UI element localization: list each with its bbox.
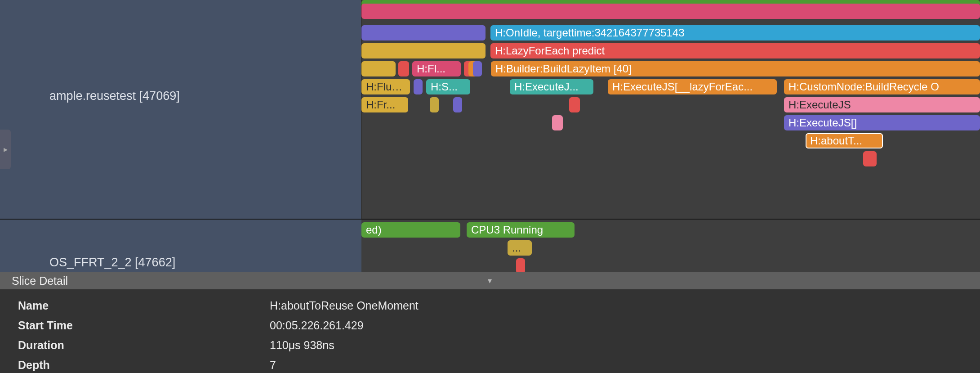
ffrt-row: OS_FFRT_2_2 [47662] ed)CPU3 Running... (0, 219, 980, 272)
trace-slice[interactable]: H:CustomNode:BuildRecycle O (784, 79, 980, 94)
slice-detail-header[interactable]: Slice Detail ▾ (0, 272, 980, 289)
trace-slice[interactable]: H:ExecuteJ... (510, 79, 593, 94)
detail-value: 00:05.226.261.429 (270, 319, 364, 332)
flame-tracks[interactable]: H:OnIdle, targettime:342164377735143H:La… (361, 0, 980, 219)
detail-value: 7 (270, 359, 276, 372)
slice-detail-panel: Slice Detail ▾ NameH:aboutToReuse OneMom… (0, 272, 980, 373)
trace-slice[interactable] (361, 4, 980, 19)
ffrt-tracks[interactable]: ed)CPU3 Running... (361, 220, 980, 273)
collapse-handle[interactable]: ▸ (0, 130, 11, 169)
trace-slice[interactable] (863, 151, 877, 166)
detail-row: Depth7 (18, 355, 962, 373)
process-sidebar[interactable]: ample.reusetest [47069] ▸ (0, 0, 361, 219)
trace-slice[interactable]: ed) (361, 222, 460, 238)
trace-slice[interactable]: H:Fr... (361, 97, 408, 112)
trace-slice[interactable]: H:S... (426, 79, 470, 94)
ffrt-label: OS_FFRT_2_2 [47662] (49, 256, 175, 270)
trace-slice[interactable]: H:LazyForEach predict (490, 43, 980, 58)
process-label: ample.reusetest [47069] (49, 89, 180, 103)
trace-slice[interactable] (361, 43, 486, 58)
trace-slice[interactable]: H:ExecuteJS[] (784, 115, 980, 130)
trace-slice[interactable] (361, 25, 486, 40)
ffrt-sidebar[interactable]: OS_FFRT_2_2 [47662] (0, 220, 361, 273)
detail-row: NameH:aboutToReuse OneMoment (18, 296, 962, 315)
detail-key: Name (18, 299, 270, 312)
detail-key: Duration (18, 339, 270, 352)
detail-row: Start Time00:05.226.261.429 (18, 315, 962, 335)
trace-slice[interactable] (398, 61, 409, 76)
trace-slice[interactable]: H:Builder:BuildLazyItem [40] (491, 61, 980, 76)
trace-slice[interactable] (453, 97, 462, 112)
slice-detail-title: Slice Detail (12, 274, 68, 288)
trace-slice[interactable] (516, 258, 525, 274)
trace-slice[interactable] (473, 61, 482, 76)
trace-slice[interactable] (569, 97, 580, 112)
trace-slice[interactable] (552, 115, 563, 130)
trace-slice[interactable]: H:OnIdle, targettime:342164377735143 (490, 25, 980, 40)
detail-key: Start Time (18, 319, 270, 332)
drag-handle-icon[interactable]: ▾ (488, 276, 493, 286)
trace-slice[interactable]: ... (508, 240, 532, 256)
trace-slice[interactable] (414, 79, 423, 94)
slice-detail-body: NameH:aboutToReuse OneMomentStart Time00… (0, 289, 980, 373)
trace-slice[interactable] (361, 61, 396, 76)
detail-value: H:aboutToReuse OneMoment (270, 299, 419, 312)
trace-slice[interactable]: H:ExecuteJS (784, 97, 980, 112)
trace-slice[interactable]: H:ExecuteJS[__lazyForEac... (608, 79, 777, 94)
trace-slice[interactable]: H:Fl... (412, 61, 461, 76)
flame-chart: ample.reusetest [47069] ▸ H:OnIdle, targ… (0, 0, 980, 219)
trace-slice[interactable] (430, 97, 439, 112)
detail-value: 110μs 938ns (270, 339, 334, 352)
trace-slice[interactable]: CPU3 Running (467, 222, 575, 238)
trace-slice[interactable]: H:aboutT... (806, 133, 883, 148)
detail-row: Duration110μs 938ns (18, 335, 962, 355)
trace-slice[interactable]: H:Flus... (361, 79, 410, 94)
detail-key: Depth (18, 359, 270, 372)
